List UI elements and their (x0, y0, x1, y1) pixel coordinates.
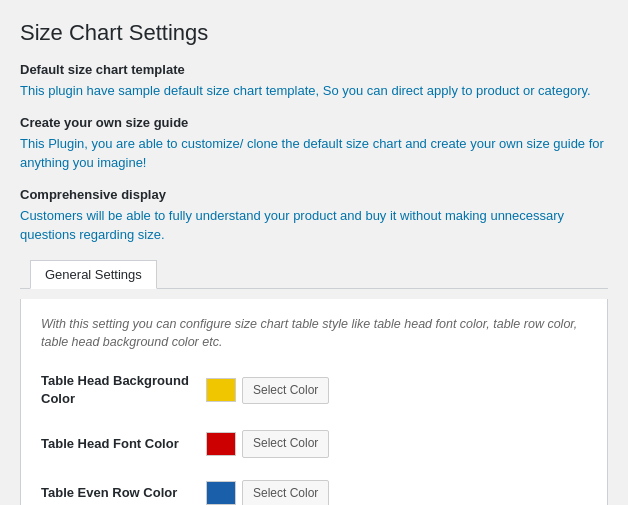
select-color-button-2[interactable]: Select Color (242, 480, 329, 505)
color-row-1: Table Head Font Color Select Color (41, 430, 587, 457)
page-title: Size Chart Settings (20, 20, 608, 46)
intro-own-guide: Create your own size guide This Plugin, … (20, 115, 608, 173)
intro-heading-3: Comprehensive display (20, 187, 608, 202)
color-label-1: Table Head Font Color (41, 435, 206, 453)
color-picker-2: Select Color (206, 480, 329, 505)
select-color-button-1[interactable]: Select Color (242, 430, 329, 457)
color-picker-0: Select Color (206, 377, 329, 404)
intro-text-3: Customers will be able to fully understa… (20, 206, 608, 245)
intro-text-1: This plugin have sample default size cha… (20, 81, 608, 101)
color-swatch-2 (206, 481, 236, 505)
intro-heading-1: Default size chart template (20, 62, 608, 77)
intro-heading-2: Create your own size guide (20, 115, 608, 130)
color-swatch-0 (206, 378, 236, 402)
color-label-2: Table Even Row Color (41, 484, 206, 502)
settings-tab-wrapper: General Settings (20, 259, 608, 289)
intro-comprehensive: Comprehensive display Customers will be … (20, 187, 608, 245)
intro-text-2: This Plugin, you are able to customize/ … (20, 134, 608, 173)
general-settings-panel: With this setting you can configure size… (20, 299, 608, 506)
color-row-0: Table Head Background Color Select Color (41, 372, 587, 408)
general-settings-tab[interactable]: General Settings (30, 260, 157, 289)
settings-description: With this setting you can configure size… (41, 315, 587, 353)
color-swatch-1 (206, 432, 236, 456)
color-row-2: Table Even Row Color Select Color (41, 480, 587, 505)
color-picker-1: Select Color (206, 430, 329, 457)
intro-default-template: Default size chart template This plugin … (20, 62, 608, 101)
color-label-0: Table Head Background Color (41, 372, 206, 408)
select-color-button-0[interactable]: Select Color (242, 377, 329, 404)
